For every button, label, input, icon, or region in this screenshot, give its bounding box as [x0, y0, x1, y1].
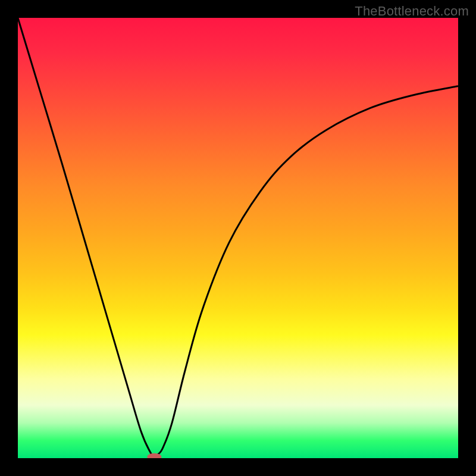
- curve-layer: [18, 18, 458, 458]
- chart-frame: TheBottleneck.com: [0, 0, 476, 476]
- watermark-text: TheBottleneck.com: [355, 4, 469, 19]
- plot-area: [18, 18, 458, 458]
- bottleneck-curve: [18, 18, 458, 457]
